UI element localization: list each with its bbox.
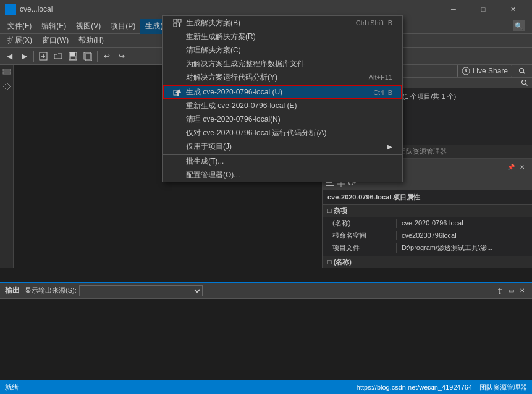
clean-solution-icon (172, 45, 182, 55)
svg-rect-38 (174, 19, 177, 22)
dropdown-label-7: 清理 cve-2020-0796-local(N) (186, 114, 281, 125)
dropdown-item-build-project[interactable]: 生成 cve-2020-0796-local (U) Ctrl+B (163, 85, 402, 99)
dropdown-item-project-only[interactable]: 仅用于项目(J) ▶ (163, 140, 402, 153)
dropdown-label-4: 对解决方案运行代码分析(Y) (186, 72, 277, 83)
dropdown-item-clean-project[interactable]: 清理 cve-2020-0796-local(N) (163, 112, 402, 126)
dropdown-label-1: 重新生成解决方案(R) (186, 31, 256, 42)
build-solution-icon (172, 18, 182, 28)
dropdown-item-rebuild-project[interactable]: 重新生成 cve-2020-0796-local (E) (163, 99, 402, 112)
dropdown-label-0: 生成解决方案(B) (186, 18, 240, 28)
dropdown-shortcut-4: Alt+F11 (369, 73, 392, 81)
dropdown-label-6: 重新生成 cve-2020-0796-local (E) (186, 101, 297, 111)
gen-pdb-icon (172, 59, 182, 69)
dropdown-item-rebuild-solution[interactable]: 重新生成解决方案(R) (163, 30, 402, 43)
dropdown-item-left-6: 重新生成 cve-2020-0796-local (E) (172, 101, 297, 111)
dropdown-item-left-5: 生成 cve-2020-0796-local (U) (172, 87, 282, 98)
dropdown-shortcut-0: Ctrl+Shift+B (356, 19, 392, 27)
dropdown-item-build-solution[interactable]: 生成解决方案(B) Ctrl+Shift+B (163, 16, 402, 30)
dropdown-shortcut-5: Ctrl+B (373, 89, 392, 96)
rebuild-project-icon (172, 101, 182, 111)
dropdown-label-2: 清理解决方案(C) (186, 45, 241, 56)
rebuild-solution-icon (172, 31, 182, 41)
dropdown-label-9: 仅用于项目(J) (186, 141, 232, 152)
submenu-arrow-9: ▶ (387, 143, 392, 150)
build-dropdown-menu: 生成解决方案(B) Ctrl+Shift+B 重新生成解决方案(R) 清理解决方… (162, 15, 403, 182)
dropdown-item-left-8: 仅对 cve-2020-0796-local 运行代码分析(A) (172, 128, 326, 138)
dropdown-label-3: 为解决方案生成完整程序数据库文件 (186, 59, 305, 69)
dropdown-label-8: 仅对 cve-2020-0796-local 运行代码分析(A) (186, 128, 326, 138)
dropdown-label-5: 生成 cve-2020-0796-local (U) (186, 87, 282, 98)
dropdown-item-analyze-solution[interactable]: 对解决方案运行代码分析(Y) Alt+F11 (163, 70, 402, 84)
dropdown-item-left-7: 清理 cve-2020-0796-local(N) (172, 114, 281, 125)
dropdown-item-left-1: 重新生成解决方案(R) (172, 31, 256, 42)
dropdown-item-left-11: 配置管理器(O)... (172, 170, 240, 180)
dropdown-item-analyze-project[interactable]: 仅对 cve-2020-0796-local 运行代码分析(A) (163, 126, 402, 140)
svg-rect-40 (174, 23, 177, 27)
build-project-icon (172, 88, 182, 98)
dropdown-overlay[interactable]: 生成解决方案(B) Ctrl+Shift+B 重新生成解决方案(R) 清理解决方… (0, 0, 532, 394)
svg-rect-39 (178, 19, 181, 22)
dropdown-item-clean-solution[interactable]: 清理解决方案(C) (163, 43, 402, 57)
analyze-project-icon (172, 128, 182, 138)
batch-build-icon (172, 157, 182, 167)
dropdown-item-left-9: 仅用于项目(J) (172, 141, 232, 152)
dropdown-item-left-2: 清理解决方案(C) (172, 45, 241, 56)
dropdown-item-left-3: 为解决方案生成完整程序数据库文件 (172, 59, 305, 69)
dropdown-item-config-mgr[interactable]: 配置管理器(O)... (163, 168, 402, 182)
dropdown-item-left-0: 生成解决方案(B) (172, 18, 240, 28)
analyze-solution-icon (172, 72, 182, 82)
dropdown-item-gen-pdb[interactable]: 为解决方案生成完整程序数据库文件 (163, 57, 402, 70)
dropdown-label-10: 批生成(T)... (186, 156, 224, 167)
dropdown-item-batch-build[interactable]: 批生成(T)... (163, 154, 402, 168)
project-only-icon (172, 141, 182, 151)
dropdown-label-11: 配置管理器(O)... (186, 170, 240, 180)
dropdown-item-left-4: 对解决方案运行代码分析(Y) (172, 72, 277, 83)
dropdown-item-left-10: 批生成(T)... (172, 156, 224, 167)
clean-project-icon (172, 114, 182, 124)
config-mgr-icon (172, 170, 182, 180)
